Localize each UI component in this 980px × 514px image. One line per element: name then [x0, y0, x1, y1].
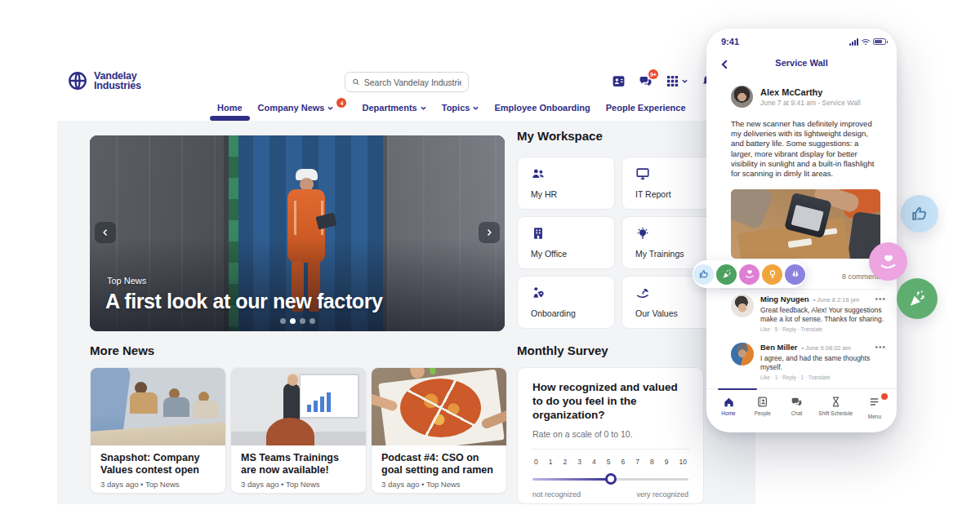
- survey-slider[interactable]: [532, 473, 688, 485]
- comment-options-icon[interactable]: •••: [875, 297, 886, 302]
- main-navigation: Home Company News 4 Departments Topics E…: [217, 103, 686, 113]
- reaction-bar: [693, 260, 806, 288]
- slider-thumb[interactable]: [605, 473, 617, 485]
- floating-thumbs-up-bubble[interactable]: [901, 195, 938, 233]
- people-icon: [531, 166, 546, 181]
- hero-tag: Top News: [107, 276, 146, 286]
- tab-menu[interactable]: Menu: [862, 396, 887, 419]
- company-news-badge: 4: [336, 98, 346, 108]
- mobile-app-preview: 9:41 Service Wall Alex McCarthy June 7 a…: [706, 29, 897, 432]
- contact-card-icon[interactable]: [611, 73, 626, 88]
- company-logo[interactable]: Vandelay Industries: [67, 70, 141, 91]
- news-image-pizza: [372, 368, 506, 445]
- comment-text: Great feedback, Alex! Your suggestions m…: [760, 306, 886, 323]
- news-cards: Snapshot: Company Values contest open 3 …: [90, 367, 507, 494]
- carousel-dot[interactable]: [310, 318, 315, 324]
- news-card-company-values[interactable]: Snapshot: Company Values contest open 3 …: [90, 367, 226, 494]
- post-header[interactable]: Alex McCarthy June 7 at 9:41 am - Servic…: [731, 86, 885, 108]
- avatar-alex: [731, 86, 753, 108]
- carousel-next-button[interactable]: [479, 222, 500, 243]
- news-card-meta: 3 days ago • Top News: [100, 480, 216, 489]
- hourglass-icon: [830, 396, 842, 408]
- apps-grid-icon[interactable]: [665, 73, 679, 88]
- comment-item: Ming Nyugen • June 8 2:16 pm ••• Great f…: [731, 295, 886, 332]
- hero-news-carousel[interactable]: Top News A first look at our new factory: [90, 135, 505, 331]
- nav-item-home[interactable]: Home: [217, 103, 243, 113]
- news-image-meeting: [91, 368, 225, 445]
- chat-badge: 9+: [648, 69, 658, 79]
- post-photo[interactable]: [731, 189, 880, 259]
- chevron-down-icon: [327, 105, 333, 111]
- tile-onboarding[interactable]: Onboarding: [517, 276, 615, 329]
- onboarding-pin-icon: [531, 286, 546, 300]
- party-popper-reaction[interactable]: [716, 264, 737, 285]
- tab-people[interactable]: People: [751, 396, 775, 419]
- tile-my-office[interactable]: My Office: [517, 216, 615, 269]
- menu-icon: [868, 396, 880, 408]
- news-card-meta: 3 days ago • Top News: [241, 480, 356, 489]
- workspace-tiles: My HR IT Report My Office My Trainings O…: [517, 157, 719, 329]
- battery-icon: [873, 38, 886, 45]
- carousel-prev-button[interactable]: [95, 222, 116, 243]
- avatar-ben[interactable]: [731, 343, 754, 366]
- comment-author[interactable]: Ming Nyugen: [760, 295, 809, 304]
- news-card-ms-teams[interactable]: MS Teams Trainings are now available! 3 …: [230, 367, 367, 494]
- workspace-section-title: My Workspace: [517, 129, 603, 143]
- chat-icon: [791, 396, 803, 408]
- nav-item-employee-onboarding[interactable]: Employee Onboarding: [494, 103, 590, 113]
- comment-author[interactable]: Ben Miller: [760, 343, 797, 352]
- survey-min-label: not recognized: [532, 490, 581, 498]
- avatar-ming[interactable]: [731, 295, 754, 317]
- thumbs-up-icon: [698, 268, 710, 280]
- tile-my-hr[interactable]: My HR: [517, 157, 615, 210]
- content-panel: Top News A first look at our new factory…: [57, 121, 755, 504]
- monitor-icon: [635, 166, 650, 181]
- comment-text: I agree, and had the same thoughts mysel…: [760, 354, 886, 371]
- news-card-meta: 3 days ago • Top News: [381, 480, 497, 489]
- carousel-dot-active[interactable]: [290, 318, 296, 324]
- carousel-dot[interactable]: [300, 318, 305, 324]
- tile-label: Onboarding: [531, 308, 614, 318]
- survey-max-label: very recognized: [636, 490, 688, 498]
- floating-party-popper-bubble[interactable]: [897, 278, 938, 319]
- comment-options-icon[interactable]: •••: [875, 345, 886, 350]
- brand-line2: Industries: [94, 81, 141, 91]
- tile-it-report[interactable]: IT Report: [621, 157, 719, 210]
- status-time: 9:41: [721, 37, 739, 47]
- lightbulb-icon: [767, 268, 778, 280]
- nav-item-company-news[interactable]: Company News 4: [258, 103, 347, 113]
- back-chevron-icon[interactable]: [719, 59, 731, 70]
- praying-hands-reaction[interactable]: [785, 264, 805, 285]
- thumbs-up-reaction[interactable]: [693, 264, 714, 285]
- news-card-title: Podcast #4: CSO on goal setting and rame…: [381, 452, 497, 476]
- global-search[interactable]: [345, 72, 469, 92]
- tab-shift-schedule[interactable]: Shift Schedule: [818, 396, 853, 419]
- chevron-down-icon: [421, 105, 426, 111]
- news-image-presentation: [231, 368, 366, 445]
- comment-actions[interactable]: Like · 1 · Reply · 1 · Translate: [760, 374, 886, 380]
- divider: [721, 289, 882, 290]
- tab-chat[interactable]: Chat: [785, 396, 809, 419]
- people-book-icon: [756, 396, 768, 408]
- phone-bottom-nav: Home People Chat Shift Schedule M: [706, 388, 897, 432]
- news-card-title: Snapshot: Company Values contest open: [100, 452, 216, 476]
- heart-hand-icon: [879, 252, 898, 272]
- floating-heart-hand-bubble[interactable]: [869, 242, 907, 281]
- news-card-podcast[interactable]: Podcast #4: CSO on goal setting and rame…: [371, 367, 507, 494]
- nav-item-departments[interactable]: Departments: [362, 103, 425, 113]
- thumbs-up-icon: [910, 204, 929, 224]
- phone-screen-header: Service Wall: [706, 58, 897, 73]
- lightbulb-reaction[interactable]: [762, 264, 782, 285]
- chevron-down-icon: [682, 78, 688, 84]
- search-input[interactable]: [364, 78, 461, 87]
- nav-item-topics[interactable]: Topics: [442, 103, 479, 113]
- comment-actions[interactable]: Like · 5 · Reply · Translate: [760, 326, 886, 332]
- carousel-dot[interactable]: [280, 318, 286, 324]
- survey-subtitle: Rate on a scale of 0 to 10.: [532, 429, 688, 439]
- post-author: Alex McCarthy: [760, 87, 861, 97]
- heart-hand-reaction[interactable]: [739, 264, 760, 285]
- tab-home[interactable]: Home: [716, 396, 741, 419]
- chat-bubbles-icon[interactable]: 9+: [638, 73, 653, 88]
- nav-item-people-experience[interactable]: People Experience: [606, 103, 686, 113]
- wifi-icon: [861, 38, 871, 46]
